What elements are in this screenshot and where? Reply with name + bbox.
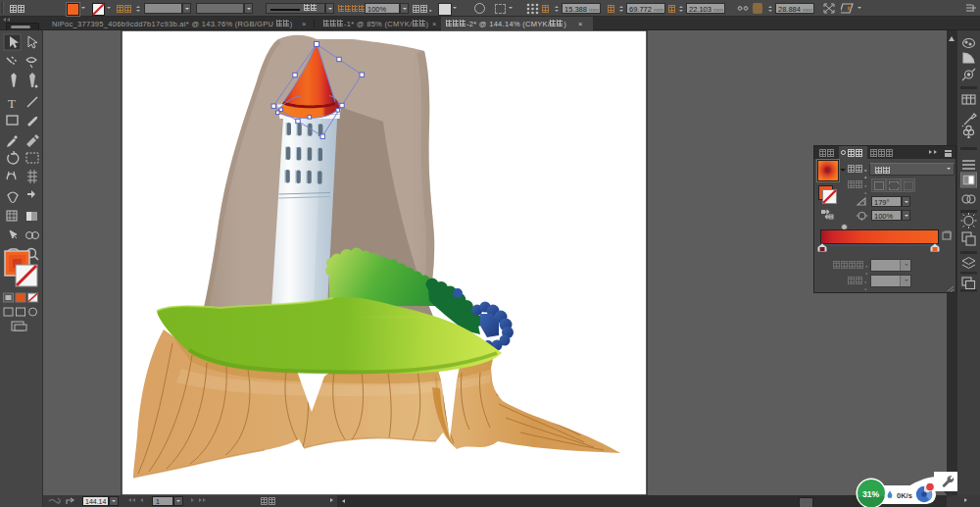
- svg-text:T: T: [8, 96, 16, 111]
- svg-text:0K/s: 0K/s: [897, 491, 912, 500]
- svg-text:31%: 31%: [862, 489, 880, 499]
